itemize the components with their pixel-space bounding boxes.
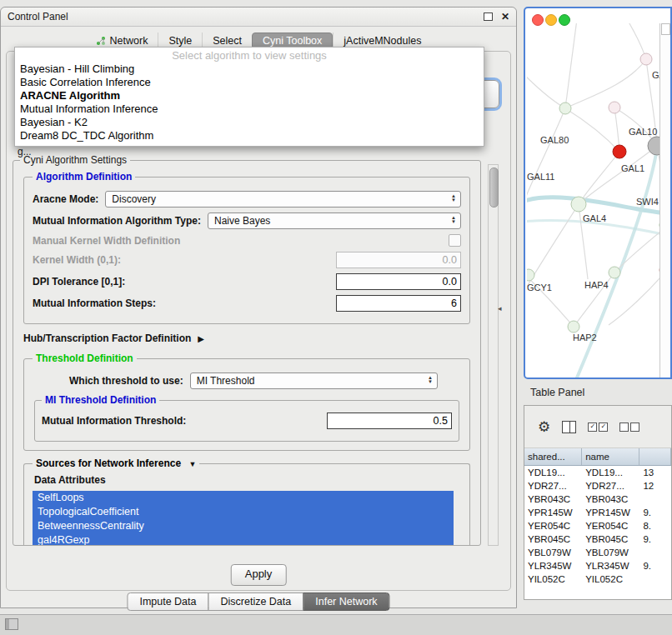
cell: YIL052C xyxy=(582,574,639,584)
which-threshold-label: Which threshold to use: xyxy=(69,375,183,387)
node-label[interactable]: GAL1 xyxy=(621,163,644,173)
mi-threshold-input[interactable] xyxy=(327,412,452,429)
node-label[interactable]: SWI4 xyxy=(636,197,659,207)
sources-group: Sources for Network Inference ▼ Data Att… xyxy=(23,458,470,546)
mi-algorithm-type-select[interactable]: Naive Bayes ▲▼ xyxy=(208,212,461,229)
manual-kernel-width-label: Manual Kernel Width Definition xyxy=(33,235,180,247)
kernel-width-input[interactable] xyxy=(336,252,461,268)
aracne-mode-select[interactable]: Discovery ▲▼ xyxy=(105,191,461,208)
columns-icon[interactable] xyxy=(562,421,576,433)
hub-definition-label: Hub/Transcription Factor Definition xyxy=(23,332,191,344)
cell: YLR345W xyxy=(524,561,582,571)
checked-box-icon: ✓ xyxy=(599,422,608,432)
tab-label: Cyni Toolbox xyxy=(263,35,322,47)
node-label[interactable]: GAL80 xyxy=(540,135,569,145)
control-panel-titlebar[interactable]: Control Panel ✕ xyxy=(1,8,516,27)
float-window-icon[interactable] xyxy=(484,12,493,21)
dropdown-item-selected[interactable]: ARACNE Algorithm xyxy=(15,89,484,102)
network-view-window[interactable]: GAL80 GAL10 GAL11 GAL1 SWI4 GAL4 GCY1 HA… xyxy=(524,7,672,379)
cell: 13 xyxy=(639,468,671,478)
dropdown-item[interactable]: Dream8 DC_TDC Algorithm xyxy=(15,129,484,142)
dropdown-item[interactable]: Bayesian - Hill Climbing xyxy=(15,62,484,76)
group-title: Algorithm Definition xyxy=(33,171,135,182)
network-node[interactable] xyxy=(559,102,571,114)
table-row[interactable]: YDL19... YDL19... 13 xyxy=(524,466,671,479)
minimized-panel-icon[interactable] xyxy=(5,618,18,630)
apply-button[interactable]: Apply xyxy=(231,564,287,586)
cell: YDR27... xyxy=(582,481,639,491)
sources-expander[interactable]: Sources for Network Inference ▼ xyxy=(33,458,199,469)
tab-impute-data[interactable]: Impute Data xyxy=(127,592,208,611)
network-node-gal10-neighbor[interactable] xyxy=(613,145,626,158)
dropdown-item[interactable]: Basic Correlation Inference xyxy=(15,76,484,89)
dropdown-item[interactable]: Bayesian - K2 xyxy=(15,116,484,129)
algorithm-definition-group: Algorithm Definition Aracne Mode: Discov… xyxy=(23,171,470,324)
node-label[interactable]: GCY1 xyxy=(527,282,552,292)
tab-infer-network[interactable]: Infer Network xyxy=(303,592,389,611)
network-node[interactable] xyxy=(609,267,620,278)
table-row[interactable]: YBR043C YBR043C xyxy=(524,492,671,506)
node-label[interactable]: GAL11 xyxy=(527,172,554,182)
cell: YBR043C xyxy=(582,494,639,504)
bottom-status-bar xyxy=(0,614,672,635)
table-row[interactable]: YDR27... YDR27... 12 xyxy=(524,479,671,492)
network-scrollbar-button[interactable] xyxy=(661,23,670,35)
mi-steps-input[interactable] xyxy=(336,295,461,312)
manual-kernel-width-checkbox[interactable] xyxy=(449,234,461,247)
column-header[interactable]: name xyxy=(582,448,639,465)
table-row[interactable]: YER054C YER054C 8. xyxy=(524,519,671,532)
expand-arrow-icon: ▶ xyxy=(198,334,204,343)
network-node[interactable] xyxy=(527,269,534,281)
network-tab-icon xyxy=(96,36,106,46)
tab-label: Style xyxy=(168,35,192,47)
hub-definition-expander[interactable]: Hub/Transcription Factor Definition ▶ xyxy=(23,332,474,344)
list-item[interactable]: BetweennessCentrality xyxy=(33,519,454,533)
settings-scrollbar[interactable] xyxy=(488,164,499,546)
mi-type-label: Mutual Information Algorithm Type: xyxy=(33,215,201,227)
close-window-icon[interactable]: ✕ xyxy=(501,12,509,22)
network-canvas[interactable]: GAL80 GAL10 GAL11 GAL1 SWI4 GAL4 GCY1 HA… xyxy=(527,23,662,378)
data-attributes-label: Data Attributes xyxy=(34,474,461,486)
cyni-algorithm-settings-group: Cyni Algorithm Settings Algorithm Defini… xyxy=(13,154,481,546)
node-label[interactable]: GAL4 xyxy=(583,213,606,223)
node-label[interactable]: HAP4 xyxy=(584,280,609,290)
tab-discretize-data[interactable]: Discretize Data xyxy=(208,592,304,611)
cell: YBR043C xyxy=(524,494,582,504)
network-node[interactable] xyxy=(640,53,652,65)
network-node-hap2[interactable] xyxy=(568,321,579,332)
list-item[interactable]: SelfLoops xyxy=(33,491,454,505)
panel-splitter-arrow-icon[interactable]: ◂ xyxy=(498,304,502,312)
table-row[interactable]: YIL052C YIL052C xyxy=(524,572,671,586)
network-node-gal4[interactable] xyxy=(571,197,586,212)
combo-arrows-icon: ▲▼ xyxy=(428,376,433,383)
column-header[interactable] xyxy=(639,448,671,465)
aracne-mode-value: Discovery xyxy=(112,193,156,205)
dropdown-item[interactable]: Mutual Information Inference xyxy=(15,102,484,116)
group-title: Cyni Algorithm Settings xyxy=(20,154,130,166)
node-label[interactable]: HAP2 xyxy=(573,332,597,342)
scrollbar-thumb[interactable] xyxy=(489,168,499,208)
table-row[interactable]: YPR145W YPR145W 9. xyxy=(524,506,671,519)
cell: YER054C xyxy=(524,521,582,531)
cell: YDR27... xyxy=(524,481,582,491)
table-row[interactable]: YLR345W YLR345W 9. xyxy=(524,559,671,572)
table-row[interactable]: YBR045C YBR045C 9. xyxy=(524,532,671,546)
select-all-columns-icon[interactable]: ✓ ✓ xyxy=(588,422,608,432)
tab-label: Network xyxy=(110,35,148,47)
cell: YBR045C xyxy=(524,534,582,544)
node-label[interactable]: GAL10 xyxy=(629,127,657,137)
deselect-all-columns-icon[interactable] xyxy=(619,422,639,432)
network-node[interactable] xyxy=(609,102,620,113)
column-header[interactable]: shared... xyxy=(524,448,582,465)
list-item[interactable]: gal4RGexp xyxy=(33,533,454,546)
network-vertical-scrollbar[interactable] xyxy=(659,23,670,378)
dpi-tolerance-input[interactable] xyxy=(336,273,461,290)
combo-arrows-icon: ▲▼ xyxy=(451,216,456,223)
which-threshold-select[interactable]: MI Threshold ▲▼ xyxy=(190,372,438,389)
table-row[interactable]: YBL079W YBL079W xyxy=(524,546,671,559)
cell: YDL19... xyxy=(524,468,582,478)
gear-icon[interactable]: ⚙ xyxy=(538,420,550,434)
table-toolbar: ⚙ ✓ ✓ xyxy=(524,406,671,448)
list-item[interactable]: TopologicalCoefficient xyxy=(33,505,454,519)
algorithm-dropdown-list: Select algorithm to view settings Bayesi… xyxy=(14,47,484,147)
